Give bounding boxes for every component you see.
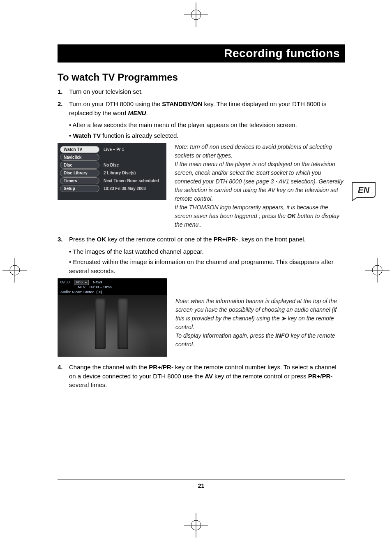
banner-time: 09:30 [60,280,70,285]
step-number: 3. [58,235,69,244]
instruction-list: 3. Press the OK key of the remote contro… [58,235,345,244]
banner-range: 09:30 – 10:55 [90,285,112,290]
crop-mark-left [2,258,27,283]
step-number: 1. [58,87,69,96]
menu-item-value: 10:23 Fri 30-May 2003 [99,186,146,191]
step-2-sub2: • Watch TV function is already selected. [58,131,345,140]
figure-row-2: 09:30 Pr 6 News MTV 09:30 – 10:55 Audio:… [58,278,345,357]
menu-item-value: Next Timer: None scheduled [99,178,159,183]
step-3-sub2: • Encrusted within the image is informat… [58,257,345,276]
step-4: 4. Change the channel with the PR+/PR- k… [58,363,345,389]
menu-item-label: Disc Library [60,169,99,176]
crop-mark-right [365,258,390,283]
menu-item: Setup10:23 Fri 30-May 2003 [60,185,164,192]
step-3-sub1: • The images of the last watched channel… [58,247,345,256]
page-number: 21 [58,482,345,489]
menu-item-label: Watch TV [60,146,99,153]
chapter-title-bar: Recording functions [58,44,345,63]
menu-item: TimersNext Timer: None scheduled [60,177,164,184]
step-text: Press the OK key of the remote control o… [69,235,345,244]
menu-item: Disc Library2 Library Disc(s) [60,169,164,176]
content-area: EN Recording functions To watch TV Progr… [58,44,345,495]
svg-text:EN: EN [358,185,369,195]
step-2-sub1: • After a few seconds the main menu of t… [58,121,345,130]
note-block-1: Note: turn off non used devices to avoid… [175,143,345,229]
instruction-list: 1. Turn on your television set. 2. Turn … [58,87,345,117]
chapter-title: Recording functions [224,47,340,60]
crop-mark-top [184,2,208,27]
menu-item: DiscNo Disc [60,162,164,169]
crop-mark-bottom [184,513,208,538]
banner-pr: Pr 6 [74,280,89,285]
banner-channel: MTV [78,285,85,290]
step-text: Turn on your television set. [69,87,345,96]
banner-audio: Audio: Nicam Stereo. ( >) [60,290,164,295]
step-2: 2. Turn on your DTH 8000 using the STAND… [58,100,345,118]
instruction-list: 4. Change the channel with the PR+/PR- k… [58,363,345,389]
menu-item-label: Naviclick [60,154,99,161]
menu-item: Naviclick [60,154,164,161]
note-block-2: Note: when the information banner is dis… [175,278,345,349]
step-number: 2. [58,100,69,118]
tv-image-placeholder [58,295,167,357]
language-badge: EN [350,180,378,201]
step-text: Change the channel with the PR+/PR- key … [69,363,345,389]
step-text: Turn on your DTH 8000 using the STANDBY/… [69,100,345,118]
footer-rule [58,480,345,480]
menu-item-label: Setup [60,185,99,192]
menu-item-label: Disc [60,162,99,169]
info-banner: 09:30 Pr 6 News MTV 09:30 – 10:55 Audio:… [58,278,167,296]
step-number: 4. [58,363,69,389]
step-3: 3. Press the OK key of the remote contro… [58,235,345,244]
manual-page: EN Recording functions To watch TV Progr… [0,0,392,540]
banner-title: News [93,280,102,285]
figure-row-1: Watch TVLive – Pr 1NaviclickDiscNo DiscD… [58,143,345,229]
menu-screenshot: Watch TVLive – Pr 1NaviclickDiscNo DiscD… [58,143,166,200]
menu-item-label: Timers [60,177,99,184]
menu-item: Watch TVLive – Pr 1 [60,146,164,153]
menu-item-value: No Disc [99,163,119,167]
menu-item-value: 2 Library Disc(s) [99,171,136,175]
menu-item-value: Live – Pr 1 [99,147,124,152]
step-1: 1. Turn on your television set. [58,87,345,96]
section-heading: To watch TV Programmes [58,72,345,83]
tv-screenshot: 09:30 Pr 6 News MTV 09:30 – 10:55 Audio:… [58,278,167,357]
